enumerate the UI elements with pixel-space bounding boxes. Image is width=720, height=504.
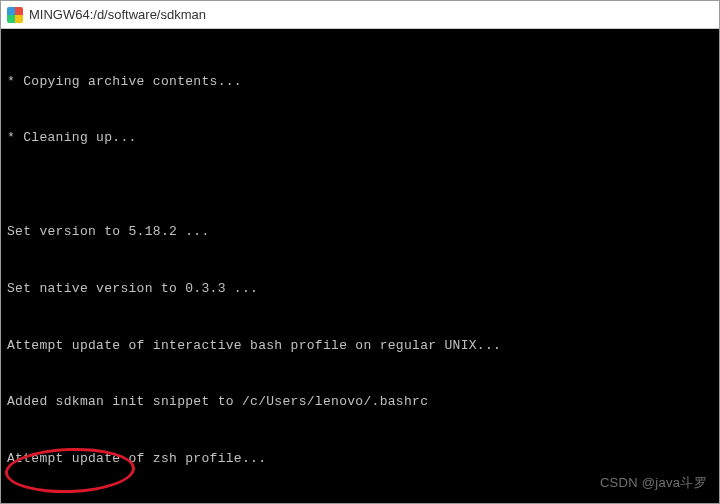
terminal-line: * Copying archive contents... <box>7 73 713 92</box>
titlebar[interactable]: MINGW64:/d/software/sdkman <box>1 1 719 29</box>
terminal-line: Attempt update of interactive bash profi… <box>7 337 713 356</box>
terminal-line: Set version to 5.18.2 ... <box>7 223 713 242</box>
terminal-window: MINGW64:/d/software/sdkman * Copying arc… <box>0 0 720 504</box>
window-title: MINGW64:/d/software/sdkman <box>29 7 206 22</box>
terminal-line: * Cleaning up... <box>7 129 713 148</box>
watermark-text: CSDN @java斗罗 <box>600 474 707 493</box>
terminal-line: Added sdkman init snippet to /c/Users/le… <box>7 393 713 412</box>
terminal-line: Attempt update of zsh profile... <box>7 450 713 469</box>
terminal-body[interactable]: * Copying archive contents... * Cleaning… <box>1 29 719 503</box>
terminal-line: Set native version to 0.3.3 ... <box>7 280 713 299</box>
app-icon <box>7 7 23 23</box>
